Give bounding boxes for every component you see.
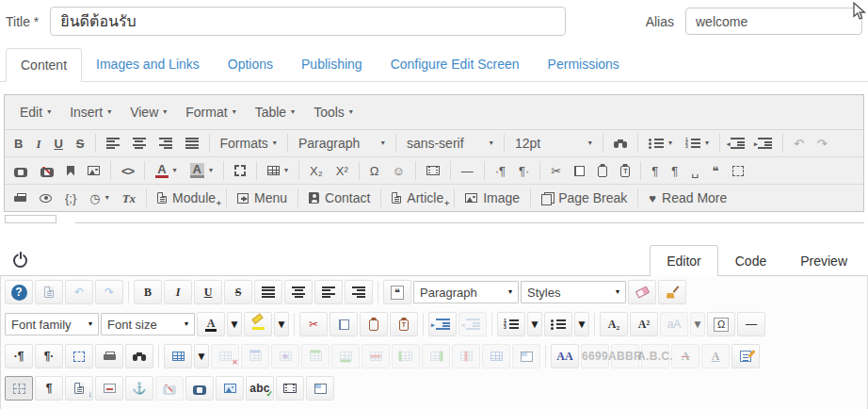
insert-link-button[interactable] bbox=[8, 158, 34, 183]
italic-button[interactable]: I bbox=[29, 131, 47, 155]
paragraph-dropdown[interactable]: Paragraph▾ bbox=[292, 131, 392, 155]
undo-button[interactable]: ↶ bbox=[787, 131, 811, 155]
align-center-button-jce[interactable] bbox=[284, 280, 313, 304]
case-change-button[interactable]: aA bbox=[660, 312, 688, 336]
underline-button[interactable]: U bbox=[47, 131, 69, 155]
delete-row-button[interactable] bbox=[362, 344, 390, 368]
menu-button[interactable]: Menu bbox=[231, 186, 294, 210]
find-replace-button-jce[interactable] bbox=[125, 344, 153, 368]
abbreviation-button[interactable]: ABBR bbox=[611, 344, 639, 368]
source-code-button[interactable]: <> bbox=[115, 158, 140, 183]
help-button[interactable]: ? bbox=[5, 280, 33, 304]
insert-datetime-button[interactable]: ◷▾ bbox=[83, 186, 115, 210]
emoticons-button[interactable]: ☺ bbox=[385, 158, 410, 183]
bullet-list-button[interactable]: ▾ bbox=[642, 131, 679, 155]
justify-full-button[interactable] bbox=[254, 280, 282, 304]
delete-column-button[interactable] bbox=[452, 344, 480, 368]
visual-chars-button[interactable]: ¶ bbox=[645, 158, 665, 183]
paragraph-select[interactable]: Paragraph▾ bbox=[413, 281, 519, 303]
redo-button-jce[interactable]: ↷ bbox=[95, 280, 123, 304]
indent-button-jce[interactable]: ▸ bbox=[428, 312, 457, 336]
row-properties-button[interactable] bbox=[241, 344, 269, 368]
visual-blocks-button[interactable] bbox=[726, 158, 750, 183]
font-size-dropdown[interactable]: 12pt▾ bbox=[508, 131, 599, 155]
insert-menu[interactable]: Insert▾ bbox=[60, 99, 121, 125]
align-justify-button[interactable] bbox=[179, 131, 205, 155]
table-button[interactable]: ▾ bbox=[261, 158, 295, 183]
insert-row-after-button[interactable] bbox=[331, 344, 360, 368]
print-button-jce[interactable] bbox=[95, 344, 123, 368]
toggle-editor-button[interactable] bbox=[9, 251, 31, 275]
paste-button-jce[interactable] bbox=[360, 312, 388, 336]
blockquote-button[interactable]: ❝ bbox=[706, 158, 726, 183]
insert-image-button[interactable] bbox=[81, 158, 106, 183]
align-left-button-jce[interactable] bbox=[314, 280, 343, 304]
highlight-picker[interactable]: ▼ bbox=[274, 312, 289, 336]
underline-button-jce[interactable]: U bbox=[194, 280, 222, 304]
table-menu[interactable]: Table▾ bbox=[246, 99, 304, 125]
cell-properties-button[interactable] bbox=[271, 344, 299, 368]
numbered-list-button[interactable]: ▾ bbox=[679, 131, 715, 155]
tab-publishing[interactable]: Publishing bbox=[287, 48, 377, 82]
background-color-button[interactable]: A▾ bbox=[184, 158, 219, 183]
module-button[interactable]: Module+ bbox=[151, 186, 222, 210]
text-color-picker[interactable]: ▼ bbox=[227, 312, 242, 336]
tab-images-and-links[interactable]: Images and Links bbox=[82, 48, 214, 82]
alias-input[interactable] bbox=[685, 8, 862, 35]
bullet-list-button-jce[interactable] bbox=[544, 312, 572, 336]
font-size-select[interactable]: Font size▾ bbox=[101, 313, 195, 335]
increase-indent-button[interactable]: ▸ bbox=[751, 131, 779, 155]
merge-cells-button[interactable] bbox=[512, 344, 540, 368]
subscript-button[interactable]: X₂ bbox=[303, 158, 330, 183]
insert-row-before-button[interactable] bbox=[301, 344, 330, 368]
tab-permissions[interactable]: Permissions bbox=[534, 48, 634, 82]
bold-button-jce[interactable]: B bbox=[134, 280, 162, 304]
align-center-button[interactable] bbox=[126, 131, 153, 155]
read-more-button[interactable]: ♥Read More bbox=[642, 186, 733, 210]
tab-preview[interactable]: Preview bbox=[783, 245, 864, 276]
font-family-dropdown[interactable]: sans-serif▾ bbox=[400, 131, 500, 155]
tab-options[interactable]: Options bbox=[214, 48, 287, 82]
cut-button[interactable]: ✂ bbox=[544, 158, 568, 183]
preview-button[interactable] bbox=[33, 186, 58, 210]
copy-button-jce[interactable] bbox=[330, 312, 358, 336]
print-button[interactable] bbox=[8, 186, 33, 210]
fullscreen-button[interactable] bbox=[228, 158, 252, 183]
tab-content[interactable]: Content bbox=[6, 48, 82, 82]
tools-menu[interactable]: Tools▾ bbox=[304, 99, 362, 125]
insert-media-button[interactable] bbox=[420, 158, 446, 183]
decrease-indent-button[interactable]: ◂ bbox=[724, 131, 751, 155]
show-blocks-button[interactable]: ¶ bbox=[665, 158, 684, 183]
horizontal-line-button[interactable]: — bbox=[455, 158, 480, 183]
formats-dropdown[interactable]: Formats▾ bbox=[214, 131, 283, 155]
template-button-jce[interactable] bbox=[306, 376, 334, 401]
remove-format-button[interactable] bbox=[628, 280, 656, 304]
edit-menu[interactable]: Edit▾ bbox=[10, 99, 60, 125]
special-character-button-jce[interactable]: Ω bbox=[707, 312, 735, 336]
outdent-button-jce[interactable]: ◂ bbox=[458, 312, 487, 336]
title-input[interactable] bbox=[50, 7, 566, 36]
numbered-list-picker[interactable]: ▼ bbox=[527, 312, 542, 336]
format-menu[interactable]: Format▾ bbox=[176, 99, 245, 125]
unlink-button-jce[interactable] bbox=[155, 376, 184, 401]
acronym-button[interactable]: A.B.C. bbox=[641, 344, 669, 368]
page-break-button-jce[interactable]: ↓ bbox=[65, 376, 93, 401]
superscript-button-jce[interactable]: A² bbox=[630, 312, 658, 336]
paste-as-text-button[interactable]: T bbox=[614, 158, 636, 183]
font-case-button[interactable]: AA bbox=[551, 344, 579, 368]
subscript-button-jce[interactable]: A₂ bbox=[600, 312, 628, 336]
insertion-button[interactable]: A bbox=[701, 344, 730, 368]
paste-button[interactable] bbox=[591, 158, 614, 183]
visual-blocks-button-jce[interactable] bbox=[5, 376, 33, 401]
copy-button[interactable] bbox=[568, 158, 591, 183]
deletion-button[interactable]: A bbox=[671, 344, 699, 368]
find-replace-button[interactable] bbox=[607, 131, 634, 155]
page-break-button[interactable]: Page Break bbox=[535, 186, 634, 210]
tab-code[interactable]: Code bbox=[718, 245, 783, 276]
horizontal-rule-button-jce[interactable]: — bbox=[737, 312, 765, 336]
image-button-jce[interactable] bbox=[216, 376, 244, 401]
contact-button[interactable]: Contact bbox=[302, 186, 377, 210]
insert-column-before-button[interactable] bbox=[392, 344, 420, 368]
strikethrough-button[interactable]: S bbox=[70, 131, 91, 155]
remove-link-button[interactable] bbox=[34, 158, 60, 183]
